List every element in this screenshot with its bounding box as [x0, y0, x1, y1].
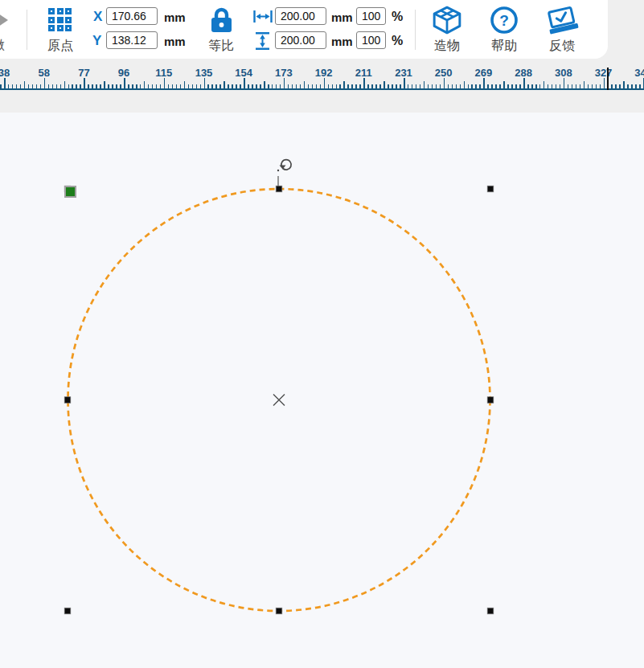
selection-center-mark	[273, 395, 285, 406]
selection-handle[interactable]	[276, 186, 282, 192]
start-point-marker[interactable]	[65, 186, 76, 197]
selection-handle[interactable]	[64, 608, 71, 614]
selection-handle[interactable]	[487, 397, 494, 404]
selection-handle[interactable]	[487, 186, 494, 192]
selection-overlay	[0, 0, 644, 668]
rotation-handle-arrowhead	[280, 166, 286, 170]
selection-handle[interactable]	[276, 608, 282, 614]
selection-handle[interactable]	[487, 608, 494, 614]
selection-handle[interactable]	[64, 397, 71, 404]
rotation-handle-dot	[277, 170, 279, 171]
